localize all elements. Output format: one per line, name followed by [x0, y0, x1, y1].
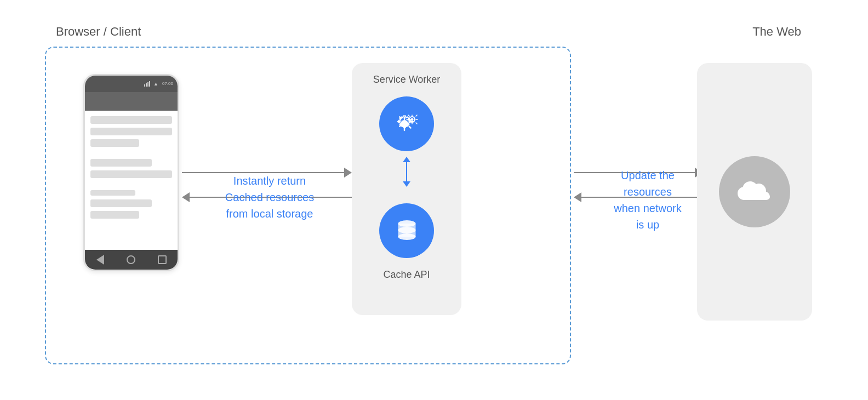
cached-resources-text: Cached resources	[204, 189, 335, 205]
recent-nav-icon	[158, 255, 167, 264]
cache-api-label: Cache API	[383, 269, 430, 281]
the-web-label: The Web	[752, 25, 801, 39]
content-line-3	[90, 139, 139, 147]
spacer-2	[90, 182, 172, 186]
spacer-1	[90, 151, 172, 155]
resources-text: resources	[593, 184, 703, 200]
content-line-6	[90, 190, 135, 196]
arrow-head-left	[182, 192, 190, 202]
gear-circle	[379, 96, 434, 151]
svg-point-7	[398, 233, 415, 240]
arrow-head-right	[344, 168, 352, 178]
database-icon	[392, 216, 422, 246]
content-line-4	[90, 159, 152, 167]
status-icons: ▲ 07:00	[144, 81, 173, 87]
db-circle	[379, 203, 434, 258]
connector-arrow-up	[403, 157, 410, 162]
from-local-storage-text: from local storage	[204, 205, 335, 222]
back-nav-icon	[96, 255, 104, 265]
phone-time: 07:00	[162, 81, 173, 87]
right-arrow-label: Update the resources when network is up	[593, 167, 703, 233]
connector-line	[406, 162, 407, 181]
phone-nav-bar	[85, 250, 178, 270]
phone-illustration: ▲ 07:00	[83, 74, 179, 271]
instantly-return-text: Instantly return	[204, 173, 335, 189]
arrow-head-left	[574, 192, 581, 202]
update-the-text: Update the	[593, 167, 703, 184]
left-arrow-label: Instantly return Cached resources from l…	[204, 173, 335, 222]
when-network-text: when network	[593, 200, 703, 216]
content-line-5	[90, 170, 172, 178]
sw-connector	[403, 157, 410, 187]
connector-arrow-down	[403, 181, 410, 187]
content-line-7	[90, 199, 152, 207]
cloud-circle	[719, 156, 790, 227]
browser-client-label: Browser / Client	[56, 25, 141, 39]
is-up-text: is up	[593, 216, 703, 233]
phone-status-bar: ▲ 07:00	[85, 76, 178, 92]
svg-point-2	[411, 118, 414, 121]
phone-header-bar	[85, 92, 178, 111]
content-line-1	[90, 116, 172, 124]
wifi-icon: ▲	[153, 81, 158, 87]
signal-icon	[144, 81, 151, 87]
diagram-container: Browser / Client The Web ▲ 07:00	[23, 14, 845, 386]
cloud-icon	[734, 177, 775, 207]
service-worker-label: Service Worker	[373, 74, 441, 85]
home-nav-icon	[127, 255, 135, 264]
web-box	[697, 63, 812, 321]
content-line-8	[90, 211, 139, 219]
phone-content	[85, 111, 178, 224]
gear-icon	[390, 107, 423, 140]
service-worker-box: Service Worker	[352, 63, 461, 315]
content-line-2	[90, 128, 172, 135]
